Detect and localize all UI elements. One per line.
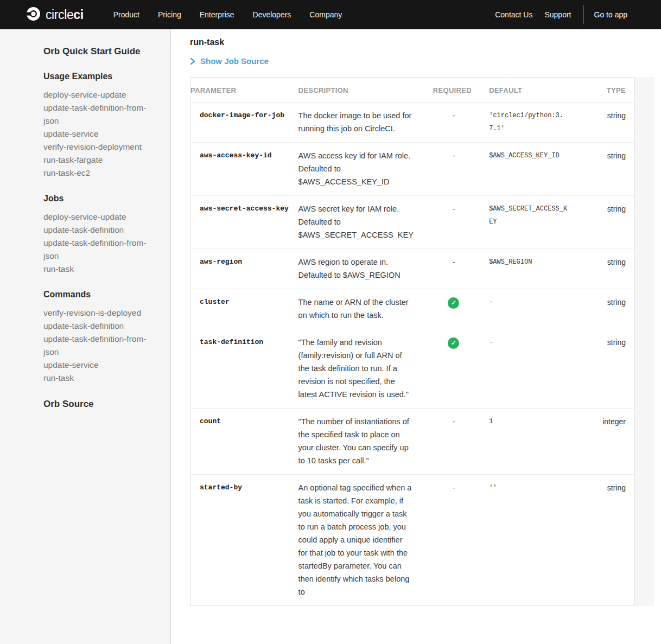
sidebar-item-update-service[interactable]: update-service (43, 359, 152, 372)
sidebar-item-orb-quick-start-guide[interactable]: Orb Quick Start Guide (43, 46, 152, 57)
description-cell: "The number of instantiations of the spe… (298, 409, 425, 475)
parameter-cell: cluster (190, 289, 298, 329)
required-cell: - (425, 475, 482, 606)
table-header-row: PARAMETER DESCRIPTION REQUIRED DEFAULT T… (190, 78, 635, 103)
nav-item-enterprise[interactable]: Enterprise (190, 10, 244, 19)
column-header-description: DESCRIPTION (298, 78, 425, 103)
sidebar-item-verify-revision-is-deployed[interactable]: verify-revision-is-deployed (43, 307, 152, 320)
sidebar-item-orb-source[interactable]: Orb Source (43, 399, 152, 410)
parameter-cell: docker-image-for-job (190, 103, 298, 143)
show-job-source-toggle[interactable]: Show Job Source (190, 56, 661, 66)
sidebar-section-heading: Jobs (43, 194, 152, 203)
parameter-cell: started-by (190, 475, 298, 606)
default-cell: $AWS_REGION (482, 249, 576, 289)
default-cell: - (482, 289, 576, 329)
table-row: started-byAn optional tag specified when… (190, 475, 635, 606)
sidebar-section-usage-examples: Usage Examplesdeploy-service-updateupdat… (43, 72, 152, 180)
go-to-app-button[interactable]: Go to app (591, 10, 631, 19)
parameter-cell: aws-access-key-id (190, 143, 298, 196)
parameter-cell: count (190, 409, 298, 475)
sidebar-link-list: deploy-service-updateupdate-task-definit… (43, 211, 152, 276)
description-cell: The docker image to be used for running … (298, 103, 425, 143)
table-row: aws-secret-access-keyAWS secret key for … (190, 196, 635, 249)
sidebar-item-update-task-definition[interactable]: update-task-definition (43, 320, 152, 333)
nav-links: ProductPricingEnterpriseDevelopersCompan… (104, 10, 352, 19)
default-cell: 1 (482, 409, 576, 475)
sidebar-item-update-task-definition-from-json[interactable]: update-task-definition-from-json (43, 101, 152, 127)
sidebar-item-update-task-definition-from-json[interactable]: update-task-definition-from-json (43, 333, 152, 359)
table-row: aws-access-key-idAWS access key id for I… (190, 143, 635, 196)
sidebar-item-run-task-fargate[interactable]: run-task-fargate (43, 154, 152, 167)
type-cell: string (577, 475, 635, 606)
top-navbar: circleci ProductPricingEnterpriseDevelop… (0, 0, 661, 29)
table-row: clusterThe name or ARN of the cluster on… (190, 289, 635, 329)
sidebar-item-update-service[interactable]: update-service (43, 127, 152, 141)
sidebar-item-update-task-definition-from-json[interactable]: update-task-definition-from-json (43, 237, 152, 263)
parameters-table-body: docker-image-for-jobThe docker image to … (190, 103, 635, 606)
table-row: task-definition"The family and revision … (190, 329, 635, 409)
default-cell: 'circleci/python:3.7.1' (482, 103, 576, 143)
parameters-table-container: PARAMETER DESCRIPTION REQUIRED DEFAULT T… (190, 77, 654, 606)
nav-item-developers[interactable]: Developers (244, 10, 301, 19)
show-job-source-label: Show Job Source (200, 56, 269, 66)
parameter-cell: aws-secret-access-key (190, 196, 298, 249)
nav-item-pricing[interactable]: Pricing (149, 10, 190, 19)
sidebar-item-run-task[interactable]: run-task (43, 263, 152, 276)
sidebar-item-deploy-service-update[interactable]: deploy-service-update (43, 211, 152, 224)
column-header-type: TYPE (577, 78, 635, 103)
nav-item-support[interactable]: Support (538, 10, 577, 19)
sidebar-section-commands: Commandsverify-revision-is-deployedupdat… (43, 290, 152, 385)
type-cell: string (577, 329, 635, 409)
default-cell: - (482, 329, 576, 409)
type-cell: string (577, 196, 635, 249)
sidebar-item-run-task[interactable]: run-task (43, 372, 152, 385)
description-cell: An optional tag specified when a task is… (298, 475, 425, 606)
logo-text: circleci (46, 8, 84, 22)
table-row: docker-image-for-jobThe docker image to … (190, 103, 635, 143)
description-cell: AWS region to operate in. Defaulted to $… (298, 249, 425, 289)
main-content: run-task Show Job Source PARAMETER DESCR… (171, 29, 661, 644)
check-circle-icon: ✓ (448, 337, 459, 349)
nav-item-contact-us[interactable]: Contact Us (489, 10, 538, 19)
circleci-logo[interactable]: circleci (26, 7, 84, 23)
nav-divider (583, 5, 583, 24)
required-cell: - (425, 103, 482, 143)
required-cell: - (425, 196, 482, 249)
nav-right-links: Go to app Contact UsSupport (489, 5, 631, 24)
column-header-default: DEFAULT (482, 78, 576, 103)
page-title: run-task (190, 37, 661, 47)
default-cell: $AWS_ACCESS_KEY_ID (482, 143, 576, 196)
default-cell: '' (482, 475, 576, 606)
sidebar-item-verify-revision-deployment[interactable]: verify-revision-deployment (43, 141, 152, 154)
parameter-cell: task-definition (190, 329, 298, 409)
sidebar-item-update-task-definition[interactable]: update-task-definition (43, 224, 152, 237)
description-cell: AWS secret key for IAM role. Defaulted t… (298, 196, 425, 249)
sidebar-link-list: deploy-service-updateupdate-task-definit… (43, 88, 152, 180)
nav-item-company[interactable]: Company (300, 10, 351, 19)
description-cell: The name or ARN of the cluster on which … (298, 289, 425, 329)
chevron-right-icon (190, 58, 195, 65)
required-cell: - (425, 143, 482, 196)
sidebar: Orb Quick Start Guide Usage Examplesdepl… (0, 29, 171, 644)
sidebar-item-run-task-ec2[interactable]: run-task-ec2 (43, 167, 152, 180)
parameter-cell: aws-region (190, 249, 298, 289)
default-cell: $AWS_SECRET_ACCESS_KEY (482, 196, 576, 249)
required-cell: - (425, 249, 482, 289)
sidebar-section-heading: Usage Examples (43, 72, 152, 81)
sidebar-section-heading: Commands (43, 290, 152, 299)
table-row: aws-regionAWS region to operate in. Defa… (190, 249, 635, 289)
required-cell: ✓ (425, 289, 482, 329)
check-circle-icon: ✓ (448, 297, 459, 309)
sidebar-section-jobs: Jobsdeploy-service-updateupdate-task-def… (43, 194, 152, 276)
required-cell: - (425, 409, 482, 475)
sidebar-item-deploy-service-update[interactable]: deploy-service-update (43, 88, 152, 101)
description-cell: "The family and revision (family:revisio… (298, 329, 425, 409)
table-row: count"The number of instantiations of th… (190, 409, 635, 475)
parameters-table: PARAMETER DESCRIPTION REQUIRED DEFAULT T… (190, 77, 635, 606)
circleci-logo-icon (26, 7, 41, 23)
nav-item-product[interactable]: Product (104, 10, 149, 19)
type-cell: string (577, 249, 635, 289)
type-cell: integer (577, 409, 635, 475)
column-header-required: REQUIRED (425, 78, 482, 103)
type-cell: string (577, 143, 635, 196)
